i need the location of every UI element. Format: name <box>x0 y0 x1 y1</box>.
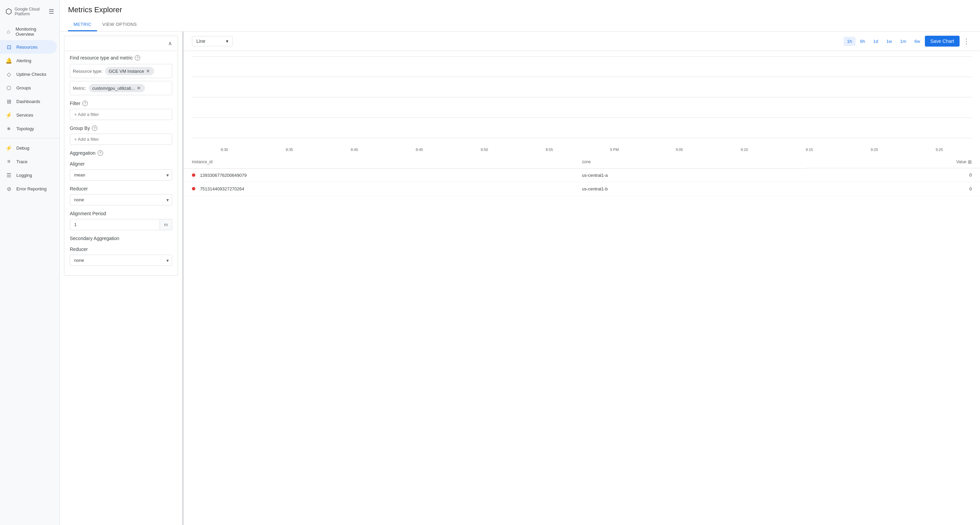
sidebar-item-topology[interactable]: ⎈ Topology <box>0 122 57 135</box>
sidebar-item-alerting[interactable]: 🔔 Alerting <box>0 54 57 67</box>
reducer-select-wrapper: none sum min max mean count stddev ▾ <box>70 194 172 205</box>
group-by-help-icon[interactable]: ? <box>92 125 97 131</box>
time-btn-6h[interactable]: 6h <box>857 37 869 46</box>
metric-section-header[interactable]: ∧ <box>64 36 178 51</box>
time-btn-1m[interactable]: 1m <box>897 37 910 46</box>
right-panel: Line ▾ 1h 6h 1d 1w 1m 6w Save Chart ⋮ <box>184 32 980 525</box>
resource-type-row: Resource type: GCE VM Instance ✕ <box>70 64 172 78</box>
reducer-row: Reducer none sum min max mean count stdd… <box>70 186 172 205</box>
data-table: instance_id zone Value ⊞ <box>184 156 980 196</box>
aggregation-label: Aggregation ? <box>70 150 172 156</box>
x-label-0: 8:30 <box>192 148 257 152</box>
sidebar-item-uptime-checks[interactable]: ◇ Uptime Checks <box>0 67 57 81</box>
sidebar: ⬡ Google Cloud Platform ☰ ⌂ Monitoring O… <box>0 0 60 525</box>
table-body: 1393306776200649079 us-central1-a 0 7513… <box>184 168 980 195</box>
aggregation-help-icon[interactable]: ? <box>98 150 103 156</box>
metric-label: Metric: <box>73 86 86 91</box>
resource-type-label: Resource type: <box>73 69 102 74</box>
groups-icon: ⬡ <box>5 84 12 91</box>
sidebar-item-resources[interactable]: ⊡ Resources <box>0 40 57 54</box>
sidebar-toggle-icon[interactable]: ☰ <box>49 8 54 15</box>
col-zone: zone <box>574 156 805 168</box>
chart-svg <box>192 56 972 138</box>
aligner-row: Aligner mean sum min max count stddev ▾ <box>70 161 172 181</box>
sidebar-item-debug[interactable]: ⚡ Debug <box>0 141 57 155</box>
time-btn-1d[interactable]: 1d <box>870 37 881 46</box>
sidebar-item-label: Monitoring Overview <box>16 27 51 37</box>
filter-help-icon[interactable]: ? <box>82 101 88 106</box>
filter-row: Filter ? <box>70 101 172 120</box>
find-resource-label: Find resource type and metric ? <box>70 55 172 60</box>
tab-metric[interactable]: METRIC <box>68 18 97 31</box>
sidebar-item-trace[interactable]: ≡ Trace <box>0 155 57 168</box>
logging-icon: ☰ <box>5 172 12 179</box>
metric-section: ∧ Find resource type and metric ? Resour… <box>64 36 178 276</box>
sidebar-item-groups[interactable]: ⬡ Groups <box>0 81 57 95</box>
aggregation-row: Aggregation ? <box>70 150 172 156</box>
resource-type-value: GCE VM Instance <box>108 69 144 74</box>
table-row-1: 751314409327270264 us-central1-b 0 <box>184 182 980 195</box>
x-label-2: 8:40 <box>322 148 387 152</box>
alignment-period-label: Alignment Period <box>70 211 172 216</box>
alignment-period-wrapper: m <box>70 219 172 230</box>
trace-icon: ≡ <box>5 158 12 165</box>
group-by-input[interactable] <box>70 134 172 145</box>
reducer-select[interactable]: none sum min max mean count stddev <box>70 194 172 205</box>
group-by-label: Group By ? <box>70 125 172 131</box>
time-btn-1w[interactable]: 1w <box>883 37 896 46</box>
find-resource-help-icon[interactable]: ? <box>135 55 140 60</box>
resources-icon: ⊡ <box>5 43 12 50</box>
sidebar-item-label: Debug <box>16 146 29 151</box>
chart-type-select[interactable]: Line ▾ <box>192 36 233 46</box>
secondary-reducer-select[interactable]: none sum min max <box>70 255 172 266</box>
row-1-zone: us-central1-b <box>574 182 805 195</box>
group-by-row: Group By ? <box>70 125 172 145</box>
sidebar-item-error-reporting[interactable]: ⊘ Error Reporting <box>0 182 57 195</box>
sidebar-item-label: Error Reporting <box>16 186 47 192</box>
metric-value: custom/gpu_utilizati... <box>92 86 135 91</box>
metric-row: Metric: custom/gpu_utilizati... ✕ <box>70 81 172 95</box>
alerting-icon: 🔔 <box>5 57 12 64</box>
main-content: Metrics Explorer METRIC VIEW OPTIONS ∧ F… <box>60 0 980 525</box>
sidebar-item-label: Trace <box>16 159 27 164</box>
dashboards-icon: ⊞ <box>5 98 12 105</box>
metric-section-body: Find resource type and metric ? Resource… <box>64 51 178 275</box>
secondary-aggregation-row: Secondary Aggregation <box>70 236 172 241</box>
save-chart-button[interactable]: Save Chart <box>925 36 959 47</box>
page-header: Metrics Explorer METRIC VIEW OPTIONS <box>60 0 980 32</box>
row-0-instance: 1393306776200649079 <box>184 168 574 182</box>
app-name: Google Cloud Platform <box>14 7 46 16</box>
home-icon: ⌂ <box>5 28 11 35</box>
topology-icon: ⎈ <box>5 125 12 132</box>
sidebar-item-services[interactable]: ⚡ Services <box>0 108 57 122</box>
sidebar-item-label: Logging <box>16 173 32 178</box>
more-options-button[interactable]: ⋮ <box>961 36 972 47</box>
alignment-period-input[interactable] <box>70 219 160 230</box>
alignment-period-unit: m <box>160 219 172 230</box>
aligner-select-wrapper: mean sum min max count stddev ▾ <box>70 169 172 181</box>
table-columns-icon[interactable]: ⊞ <box>968 159 972 165</box>
alignment-period-row: Alignment Period m <box>70 211 172 230</box>
filter-input[interactable] <box>70 109 172 120</box>
sidebar-item-logging[interactable]: ☰ Logging <box>0 168 57 182</box>
chart-toolbar: Line ▾ 1h 6h 1d 1w 1m 6w Save Chart ⋮ <box>184 32 980 51</box>
metric-close[interactable]: ✕ <box>136 86 142 91</box>
secondary-reducer-row: Reducer none sum min max ▾ <box>70 246 172 266</box>
row-1-dot <box>192 187 195 190</box>
resource-type-close[interactable]: ✕ <box>145 68 151 74</box>
aligner-label: Aligner <box>70 161 172 167</box>
filter-label: Filter ? <box>70 101 172 106</box>
x-label-10: 9:20 <box>842 148 907 152</box>
tab-view-options[interactable]: VIEW OPTIONS <box>97 18 142 31</box>
sidebar-item-label: Uptime Checks <box>16 72 46 77</box>
logo-icon: ⬡ <box>5 7 12 16</box>
x-label-1: 8:35 <box>257 148 322 152</box>
time-btn-1h[interactable]: 1h <box>843 37 855 46</box>
metric-chip: custom/gpu_utilizati... ✕ <box>89 84 145 92</box>
sidebar-item-monitoring-overview[interactable]: ⌂ Monitoring Overview <box>0 23 57 40</box>
table-row-0: 1393306776200649079 us-central1-a 0 <box>184 168 980 182</box>
secondary-reducer-label: Reducer <box>70 246 172 252</box>
aligner-select[interactable]: mean sum min max count stddev <box>70 169 172 181</box>
time-btn-6w[interactable]: 6w <box>911 37 924 46</box>
sidebar-item-dashboards[interactable]: ⊞ Dashboards <box>0 95 57 108</box>
